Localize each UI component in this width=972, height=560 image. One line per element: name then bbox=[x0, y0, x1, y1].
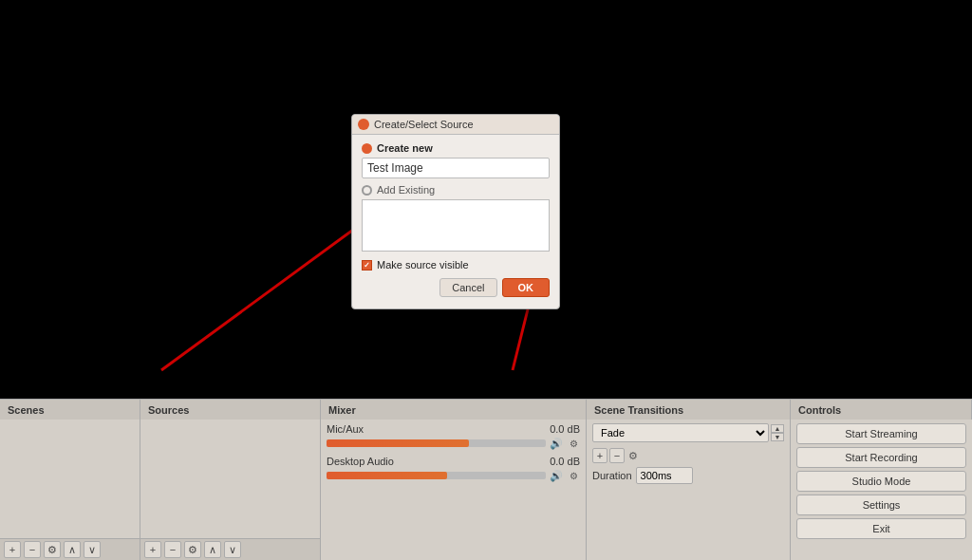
transition-spinner-down[interactable]: ▼ bbox=[771, 433, 784, 441]
transitions-panel: Fade Cut ▲ ▼ + − ⚙ Duration bbox=[587, 420, 791, 560]
exit-button[interactable]: Exit bbox=[796, 518, 966, 539]
scenes-toolbar: + − ⚙ ∧ ∨ bbox=[0, 538, 140, 560]
dialog-body: Create new Add Existing Make source visi… bbox=[352, 135, 559, 308]
source-list bbox=[140, 420, 320, 538]
cancel-button[interactable]: Cancel bbox=[439, 278, 496, 297]
transition-select-row: Fade Cut ▲ ▼ bbox=[592, 423, 784, 442]
sources-panel-header: Sources bbox=[140, 400, 321, 420]
mixer-channel-2-name: Desktop Audio bbox=[327, 456, 394, 467]
scenes-panel-header: Scenes bbox=[0, 400, 140, 420]
start-recording-button[interactable]: Start Recording bbox=[796, 447, 966, 468]
add-existing-label: Add Existing bbox=[377, 184, 435, 196]
add-existing-radio[interactable] bbox=[362, 185, 372, 196]
controls-panel: Start Streaming Start Recording Studio M… bbox=[791, 420, 972, 560]
mixer-channel-2-db: 0.0 dB bbox=[550, 456, 580, 467]
make-visible-checkbox[interactable] bbox=[362, 260, 372, 271]
mixer-channel-2-mute[interactable]: 🔊 bbox=[550, 469, 563, 482]
scene-up-button[interactable]: ∧ bbox=[64, 541, 81, 558]
source-settings-button[interactable]: ⚙ bbox=[184, 541, 201, 558]
source-up-button[interactable]: ∧ bbox=[204, 541, 221, 558]
duration-row: + − ⚙ bbox=[592, 448, 784, 463]
mixer-channel-1: Mic/Aux 0.0 dB 🔊 ⚙ bbox=[327, 423, 580, 450]
sources-panel: + − ⚙ ∧ ∨ bbox=[140, 420, 321, 560]
mixer-channel-1-name: Mic/Aux bbox=[327, 423, 364, 435]
mixer-panel-header: Mixer bbox=[321, 400, 587, 420]
mixer-channel-2-gear[interactable]: ⚙ bbox=[567, 469, 580, 482]
mixer-channel-1-fill bbox=[327, 439, 469, 447]
create-new-row: Create new bbox=[362, 142, 550, 154]
mixer-channel-2: Desktop Audio 0.0 dB 🔊 ⚙ bbox=[327, 456, 580, 482]
dialog-buttons: Cancel OK bbox=[362, 278, 550, 301]
settings-button[interactable]: Settings bbox=[796, 495, 966, 515]
scene-list bbox=[0, 420, 140, 538]
create-new-label: Create new bbox=[377, 142, 433, 154]
add-scene-button[interactable]: + bbox=[4, 541, 21, 558]
mixer-channel-2-header: Desktop Audio 0.0 dB bbox=[327, 456, 580, 467]
scene-down-button[interactable]: ∨ bbox=[84, 541, 101, 558]
duration-input[interactable] bbox=[636, 467, 693, 484]
existing-sources-list[interactable] bbox=[362, 199, 550, 252]
mixer-channel-1-track[interactable] bbox=[327, 439, 546, 447]
make-visible-label: Make source visible bbox=[377, 259, 469, 271]
add-source-button[interactable]: + bbox=[144, 541, 161, 558]
transition-spinner: ▲ ▼ bbox=[771, 424, 784, 441]
panel-headers: Scenes Sources Mixer Scene Transitions C… bbox=[0, 399, 972, 420]
create-select-source-dialog: Create/Select Source Create new Add Exis… bbox=[351, 114, 560, 309]
dialog-titlebar: Create/Select Source bbox=[352, 115, 559, 135]
create-new-radio[interactable] bbox=[362, 143, 372, 154]
remove-source-button[interactable]: − bbox=[164, 541, 181, 558]
bottom-panel: Scenes Sources Mixer Scene Transitions C… bbox=[0, 399, 972, 560]
mixer-channel-2-fill bbox=[327, 472, 447, 479]
scenes-panel: + − ⚙ ∧ ∨ bbox=[0, 420, 140, 560]
mixer-channel-2-bar-container: 🔊 ⚙ bbox=[327, 469, 580, 482]
studio-mode-button[interactable]: Studio Mode bbox=[796, 471, 966, 492]
transitions-panel-header: Scene Transitions bbox=[587, 400, 791, 420]
mixer-channel-1-bar-container: 🔊 ⚙ bbox=[327, 437, 580, 450]
mixer-channel-2-track[interactable] bbox=[327, 472, 546, 479]
dialog-title-icon bbox=[358, 119, 369, 130]
sources-toolbar: + − ⚙ ∧ ∨ bbox=[140, 538, 320, 560]
mixer-panel: Mic/Aux 0.0 dB 🔊 ⚙ Desktop Audio 0.0 dB bbox=[321, 420, 587, 560]
controls-panel-header: Controls bbox=[791, 400, 972, 420]
duration-value-row: Duration bbox=[592, 467, 784, 484]
add-existing-row: Add Existing bbox=[362, 184, 550, 196]
dialog-title: Create/Select Source bbox=[374, 119, 474, 130]
transitions-gear-icon[interactable]: ⚙ bbox=[628, 450, 638, 462]
mixer-channel-1-gear[interactable]: ⚙ bbox=[567, 437, 580, 450]
preview-area: Create/Select Source Create new Add Exis… bbox=[0, 0, 972, 399]
scene-settings-button[interactable]: ⚙ bbox=[44, 541, 61, 558]
panel-content: + − ⚙ ∧ ∨ + − ⚙ ∧ ∨ Mic/Aux bbox=[0, 420, 972, 560]
duration-plus-button[interactable]: + bbox=[592, 448, 608, 463]
source-name-input[interactable] bbox=[362, 158, 550, 178]
mixer-channel-1-db: 0.0 dB bbox=[550, 423, 580, 435]
duration-label: Duration bbox=[592, 470, 632, 481]
source-down-button[interactable]: ∨ bbox=[224, 541, 241, 558]
mixer-channel-1-mute[interactable]: 🔊 bbox=[550, 437, 563, 450]
transition-spinner-up[interactable]: ▲ bbox=[771, 424, 784, 433]
remove-scene-button[interactable]: − bbox=[24, 541, 41, 558]
ok-button[interactable]: OK bbox=[502, 278, 551, 297]
duration-controls: + − bbox=[592, 448, 625, 463]
make-visible-row: Make source visible bbox=[362, 259, 550, 271]
duration-minus-button[interactable]: − bbox=[609, 448, 625, 463]
transition-select[interactable]: Fade Cut bbox=[592, 423, 769, 442]
start-streaming-button[interactable]: Start Streaming bbox=[796, 423, 966, 444]
mixer-channel-1-header: Mic/Aux 0.0 dB bbox=[327, 423, 580, 435]
